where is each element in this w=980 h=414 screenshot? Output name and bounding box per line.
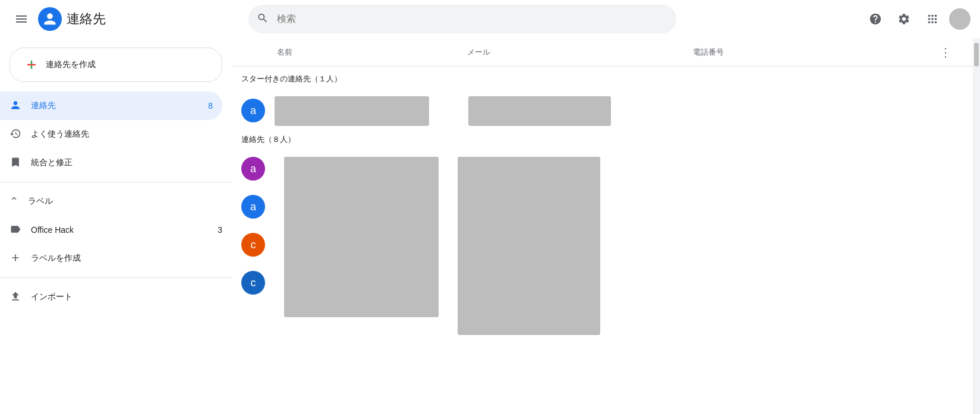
avatar: c — [241, 271, 265, 295]
col-actions-header: ⋮ — [940, 45, 963, 59]
labels-section-title: ラベル — [28, 196, 53, 207]
sidebar-divider — [0, 182, 232, 182]
history-icon — [10, 128, 21, 141]
contacts-icon — [10, 99, 21, 113]
sidebar-item-contacts[interactable]: 連絡先 8 — [0, 91, 222, 120]
more-options-icon[interactable]: ⋮ — [940, 46, 951, 59]
menu-icon[interactable] — [10, 7, 33, 31]
sidebar-item-office-hack[interactable]: Office Hack 3 — [0, 216, 232, 244]
create-label-label: ラベルを作成 — [31, 253, 81, 264]
help-button[interactable] — [864, 7, 887, 31]
redacted-names-bar — [284, 157, 439, 317]
contacts-block: a a c c — [232, 150, 973, 335]
import-button[interactable]: インポート — [0, 283, 232, 311]
contact-row[interactable]: c — [241, 264, 275, 302]
import-icon — [10, 290, 21, 304]
content-area: 名前 メール 電話番号 ⋮ スター付きの連絡先（１人） a 連絡先（８人） — [232, 38, 973, 414]
sidebar-item-merge[interactable]: 統合と修正 — [0, 148, 222, 177]
sidebar-divider-2 — [0, 277, 232, 278]
office-hack-label: Office Hack — [31, 225, 74, 235]
merge-label: 統合と修正 — [31, 157, 213, 168]
frequently-used-label: よく使う連絡先 — [31, 129, 213, 140]
avatars-column: a a c c — [241, 150, 275, 302]
col-name-header: 名前 — [241, 47, 467, 58]
sidebar: 連絡先を作成 連絡先 8 よく使う連絡先 — [0, 38, 232, 414]
starred-contact-row[interactable]: a — [232, 89, 973, 127]
label-icon — [10, 223, 21, 237]
contact-row[interactable]: c — [241, 226, 275, 264]
labels-chevron-icon[interactable]: ⌃ — [10, 195, 18, 208]
avatar: a — [241, 157, 265, 181]
apps-button[interactable] — [921, 7, 944, 31]
contacts-section-header: 連絡先（８人） — [232, 127, 973, 150]
avatar: a — [241, 99, 265, 122]
contact-row[interactable]: a — [241, 188, 275, 226]
sidebar-item-frequently-used[interactable]: よく使う連絡先 — [0, 120, 222, 148]
main-layout: 連絡先を作成 連絡先 8 よく使う連絡先 — [0, 38, 980, 414]
create-contact-label: 連絡先を作成 — [46, 59, 96, 70]
settings-button[interactable] — [892, 7, 916, 31]
emails-redacted-block — [458, 157, 600, 335]
scrollbar-track — [973, 38, 980, 414]
office-hack-count: 3 — [218, 225, 222, 235]
contacts-badge: 8 — [208, 101, 213, 110]
search-icon — [257, 12, 269, 26]
contact-name-field — [275, 96, 459, 126]
col-phone-header: 電話番号 — [693, 47, 940, 58]
merge-icon — [10, 156, 21, 170]
labels-section-header: ⌃ ラベル — [0, 187, 232, 216]
plus-icon — [24, 58, 39, 72]
names-redacted-block — [284, 157, 439, 317]
col-email-header: メール — [467, 47, 693, 58]
scrollbar-thumb[interactable] — [974, 43, 979, 67]
contact-email-field — [468, 96, 682, 126]
contact-row[interactable]: a — [241, 150, 275, 188]
user-profile-avatar[interactable] — [949, 8, 970, 30]
header-left: 連絡先 — [10, 7, 241, 31]
search-container — [248, 5, 676, 33]
starred-section-header: スター付きの連絡先（１人） — [232, 67, 973, 89]
redacted-emails-bar — [458, 157, 600, 335]
redacted-name-bar — [275, 96, 429, 126]
create-label-button[interactable]: ラベルを作成 — [0, 244, 232, 273]
import-label: インポート — [31, 292, 73, 302]
user-avatar-icon[interactable] — [38, 7, 62, 31]
header: 連絡先 — [0, 0, 980, 38]
avatar: c — [241, 233, 265, 257]
search-input[interactable] — [248, 5, 676, 33]
create-contact-button[interactable]: 連絡先を作成 — [10, 48, 222, 82]
column-headers: 名前 メール 電話番号 ⋮ — [232, 38, 973, 67]
contacts-label: 連絡先 — [31, 100, 198, 111]
header-actions — [864, 7, 970, 31]
add-label-icon — [10, 252, 21, 266]
app-title: 連絡先 — [67, 10, 106, 28]
redacted-email-bar — [468, 96, 611, 126]
avatar: a — [241, 195, 265, 219]
